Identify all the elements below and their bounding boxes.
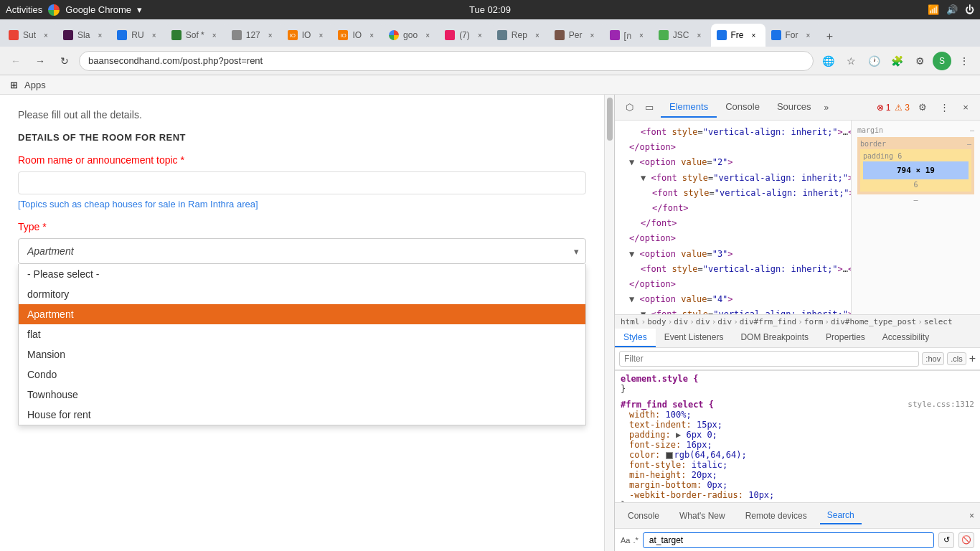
profile-button[interactable]: S	[933, 52, 951, 70]
tab-na-close[interactable]: ×	[636, 29, 647, 41]
bc-div1[interactable]: div	[674, 317, 688, 326]
forward-button[interactable]: →	[30, 51, 50, 71]
bottom-tab-remote-devices[interactable]: Remote devices	[738, 508, 814, 524]
scrollbar-thumb[interactable]	[607, 98, 613, 141]
tab-per-close[interactable]: ×	[587, 29, 598, 41]
filter-add-button[interactable]: +	[969, 353, 976, 364]
search-input[interactable]	[643, 532, 934, 548]
tree-line[interactable]: </option>	[615, 140, 851, 155]
dropdown-item-townhouse[interactable]: Townhouse	[19, 385, 585, 405]
tree-line[interactable]: </font>	[615, 216, 851, 231]
tab-accessibility[interactable]: Accessibility	[874, 329, 938, 347]
dropdown-item-house-rent[interactable]: House for rent	[19, 405, 585, 425]
devtools-inspect-button[interactable]: ⬡	[621, 99, 638, 116]
devtools-close-button[interactable]: ×	[957, 99, 974, 116]
tab-elements[interactable]: Elements	[661, 97, 717, 118]
tree-line[interactable]: ▼ <font style="vertical-align: inherit;"…	[615, 171, 851, 186]
dropdown-item-please-select[interactable]: - Please select -	[19, 264, 585, 284]
tab-127[interactable]: 127 ×	[226, 24, 282, 47]
tab-event-listeners[interactable]: Event Listeners	[656, 329, 732, 347]
type-select[interactable]: - Please select - dormitory Apartment fl…	[18, 238, 586, 264]
tab-dom-breakpoints[interactable]: DOM Breakpoints	[732, 329, 817, 347]
tab-sof-close[interactable]: ×	[209, 29, 220, 41]
bookmark-button[interactable]: ☆	[841, 51, 861, 71]
dropdown-item-mansion[interactable]: Mansion	[19, 344, 585, 364]
activities-label[interactable]: Activities	[6, 4, 42, 15]
tab-console[interactable]: Console	[717, 97, 768, 118]
tab-io1-close[interactable]: ×	[315, 29, 326, 41]
tab-sof[interactable]: Sof * ×	[166, 24, 226, 47]
tree-line[interactable]: </option>	[615, 277, 851, 292]
tab-io2-close[interactable]: ×	[366, 29, 377, 41]
tab-sco[interactable]: (7) ×	[439, 24, 491, 47]
tab-styles[interactable]: Styles	[615, 329, 656, 347]
search-refresh-button[interactable]: ↺	[938, 532, 954, 548]
dropdown-item-dormitory[interactable]: dormitory	[19, 284, 585, 304]
back-button[interactable]: ←	[6, 51, 26, 71]
tab-rep[interactable]: Rep ×	[491, 24, 549, 47]
search-clear-button[interactable]: 🚫	[958, 532, 974, 548]
tab-sources[interactable]: Sources	[768, 97, 820, 118]
tab-io2[interactable]: IO IO ×	[332, 24, 383, 47]
tab-google[interactable]: goo ×	[383, 24, 439, 47]
page-scrollbar[interactable]	[604, 95, 614, 551]
bc-html[interactable]: html	[621, 317, 640, 326]
tab-google-close[interactable]: ×	[422, 29, 433, 41]
tab-properties[interactable]: Properties	[817, 329, 874, 347]
devtools-more-button[interactable]: ⋮	[936, 99, 953, 116]
dropdown-item-apartment[interactable]: Apartment	[19, 304, 585, 324]
tree-line[interactable]: ▼ <font style="vertical-align: inherit;"…	[615, 307, 851, 314]
translate-button[interactable]: 🌐	[818, 51, 838, 71]
devtools-device-button[interactable]: ▭	[641, 99, 658, 116]
room-name-input[interactable]	[18, 171, 586, 194]
bc-body[interactable]: body	[647, 317, 666, 326]
tab-jsc-close[interactable]: ×	[694, 29, 705, 41]
frm-find-selector[interactable]: #frm_find select {	[621, 400, 714, 410]
filter-input[interactable]	[619, 351, 919, 367]
address-bar[interactable]: baansecondhand.com/post.php?post=rent	[79, 51, 814, 71]
tab-127-close[interactable]: ×	[265, 29, 276, 41]
bottom-close-button[interactable]: ×	[969, 511, 974, 521]
tab-for-close[interactable]: ×	[803, 29, 814, 41]
bc-form[interactable]: form	[804, 317, 824, 326]
bc-div3[interactable]: div	[717, 317, 732, 326]
menu-button[interactable]: ⋮	[954, 51, 974, 71]
tab-sla-close[interactable]: ×	[94, 29, 105, 41]
filter-cls-button[interactable]: .cls	[947, 352, 966, 365]
tree-line[interactable]: </option>	[615, 231, 851, 246]
tab-jsc[interactable]: JSC ×	[653, 24, 711, 47]
tab-for[interactable]: For ×	[765, 24, 820, 47]
tab-sut-close[interactable]: ×	[40, 29, 52, 41]
tab-ru[interactable]: RU ×	[111, 24, 165, 47]
devtools-more-tabs[interactable]: »	[820, 103, 834, 113]
tab-fre[interactable]: Fre ×	[711, 24, 765, 47]
dropdown-item-condo[interactable]: Condo	[19, 364, 585, 385]
bc-select[interactable]: select	[924, 317, 953, 326]
bottom-tab-console[interactable]: Console	[621, 508, 666, 524]
tree-line[interactable]: <font style="vertical-align: inherit;">……	[615, 125, 851, 140]
tab-sut[interactable]: Sut ×	[3, 24, 57, 47]
tree-line[interactable]: ▼ <option value="3">	[615, 247, 851, 262]
extension-button[interactable]: 🧩	[887, 51, 907, 71]
bottom-tab-whats-new[interactable]: What's New	[672, 508, 732, 524]
bottom-tab-search[interactable]: Search	[820, 507, 862, 524]
devtools-settings-button[interactable]: ⚙	[914, 99, 931, 116]
tree-line[interactable]: ▼ <option value="4">	[615, 292, 851, 307]
css-link-style[interactable]: style.css:1312	[908, 400, 974, 409]
tree-line[interactable]: <font style="vertical-align: inherit;">……	[615, 262, 851, 277]
tab-sco-close[interactable]: ×	[474, 29, 486, 41]
tab-na[interactable]: [ก ×	[604, 24, 653, 47]
bc-div-home-type[interactable]: div#home_type_post	[831, 317, 916, 326]
tab-sla[interactable]: Sla ×	[57, 24, 111, 47]
tree-line[interactable]: ▼ <option value="2">	[615, 155, 851, 170]
tab-rep-close[interactable]: ×	[532, 29, 543, 41]
bc-div-frm-find[interactable]: div#frm_find	[740, 317, 796, 326]
tab-ru-close[interactable]: ×	[149, 29, 160, 41]
tree-line[interactable]: </font>	[615, 201, 851, 216]
tab-fre-close[interactable]: ×	[748, 29, 760, 41]
tab-io1[interactable]: IO IO ×	[282, 24, 333, 47]
reload-button[interactable]: ↻	[55, 51, 75, 71]
extensions-button[interactable]: ⚙	[910, 51, 930, 71]
history-button[interactable]: 🕐	[864, 51, 884, 71]
dropdown-item-flat[interactable]: flat	[19, 324, 585, 344]
